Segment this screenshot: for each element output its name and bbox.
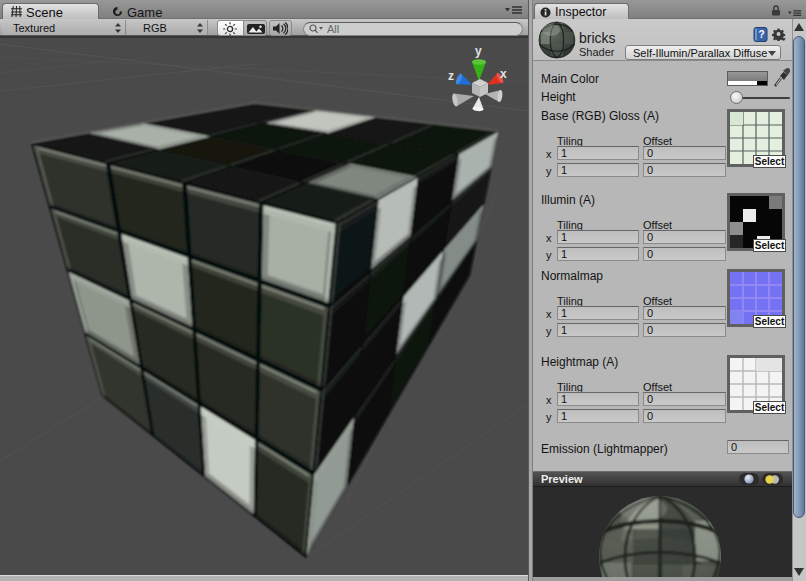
- svg-text:y: y: [475, 44, 482, 58]
- svg-text:x: x: [500, 67, 507, 81]
- svg-text:?: ?: [759, 29, 765, 40]
- svg-text:z: z: [448, 69, 454, 83]
